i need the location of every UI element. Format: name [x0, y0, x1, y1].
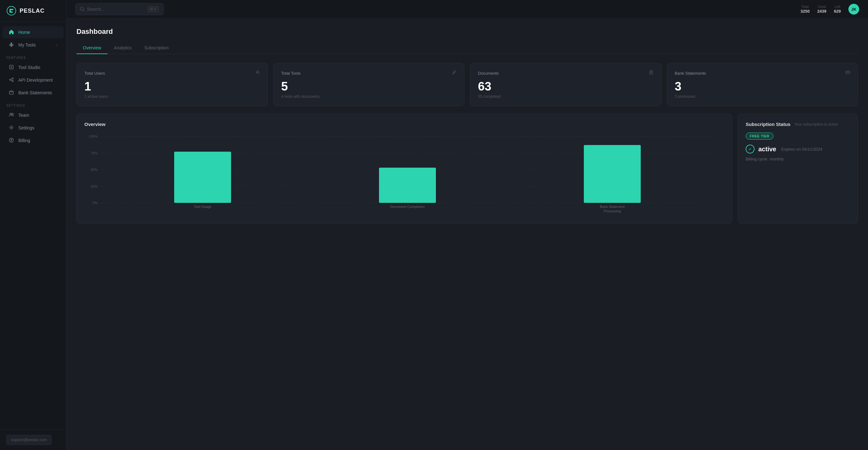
- svg-rect-38: [379, 168, 436, 203]
- stat-card-header: Bank Statements: [675, 70, 850, 76]
- tab-overview[interactable]: Overview: [76, 42, 107, 54]
- stat-card-sub: 4 tools with documents: [281, 94, 457, 99]
- content-area: Dashboard OverviewAnalyticsSubscription …: [66, 19, 868, 450]
- svg-rect-36: [174, 151, 231, 203]
- svg-line-10: [11, 79, 12, 79]
- stat-card-sub: 1 active users: [84, 94, 260, 99]
- stat-card-value: 63: [478, 80, 653, 92]
- topbar-stat-used: Used 2439: [817, 5, 826, 13]
- team-icon: [9, 112, 14, 118]
- topbar: Search... ⌘ K Total 3250Used 2439Left 62…: [66, 0, 868, 19]
- stat-card-title: Bank Statements: [675, 71, 706, 76]
- svg-point-14: [12, 113, 13, 115]
- stat-card-title: Documents: [478, 71, 499, 76]
- stat-card-header: Total Tools: [281, 70, 457, 76]
- topbar-stats: Total 3250Used 2439Left 629: [800, 5, 841, 13]
- stat-card-title: Total Tools: [281, 71, 301, 76]
- svg-text:Tool Usage: Tool Usage: [194, 205, 211, 208]
- logo-text: PESLAC: [20, 8, 44, 14]
- sidebar-item-bank-statements[interactable]: Bank Statements: [3, 87, 64, 99]
- avatar[interactable]: JK: [848, 4, 859, 15]
- stat-card-bank-statements: Bank Statements 3 3 processed: [667, 63, 858, 106]
- stat-card-value: 1: [84, 80, 260, 92]
- tools-icon: [9, 42, 14, 48]
- sidebar-footer: support@peslac.com: [0, 429, 66, 450]
- tab-subscription[interactable]: Subscription: [138, 42, 175, 54]
- stat-card-sub: 3 processed: [675, 94, 850, 99]
- main-content: Search... ⌘ K Total 3250Used 2439Left 62…: [66, 0, 868, 450]
- bottom-row: Overview 100%75%50%25%0%Tool UsageDocume…: [76, 114, 858, 223]
- logo-icon: [6, 6, 17, 16]
- home-icon: [9, 29, 14, 35]
- settings-label: SETTINGS: [0, 100, 66, 109]
- sidebar-item-my-tools[interactable]: My Tools ›: [3, 39, 64, 51]
- svg-line-11: [11, 80, 12, 81]
- search-bar[interactable]: Search... ⌘ K: [75, 3, 164, 15]
- nav-label: Home: [18, 30, 30, 35]
- svg-text:Document Completion: Document Completion: [391, 205, 425, 208]
- stat-card-documents: Documents 63 35 completed: [470, 63, 661, 106]
- search-icon: [80, 7, 84, 11]
- chart-area: 100%75%50%25%0%Tool UsageDocument Comple…: [84, 133, 724, 216]
- nav-label: My Tools: [18, 43, 36, 48]
- stat-card-value: 5: [281, 80, 457, 92]
- svg-text:Bank Statement: Bank Statement: [600, 205, 625, 208]
- svg-point-15: [11, 127, 12, 129]
- nav-label: Tool Studio: [18, 65, 40, 70]
- svg-point-16: [9, 138, 13, 142]
- nav-label: Team: [18, 113, 29, 118]
- svg-rect-3: [11, 43, 12, 47]
- svg-point-13: [10, 113, 12, 115]
- svg-point-8: [12, 78, 13, 79]
- stat-cards: Total Users 1 1 active users Total Tools…: [76, 63, 858, 106]
- api-icon: [9, 77, 14, 83]
- sidebar-item-tool-studio[interactable]: Tool Studio: [3, 61, 64, 74]
- svg-point-19: [257, 71, 258, 73]
- svg-text:100%: 100%: [89, 135, 98, 138]
- search-placeholder: Search...: [87, 7, 145, 12]
- support-link[interactable]: support@peslac.com: [6, 435, 52, 445]
- chevron-right-icon: ›: [56, 43, 57, 47]
- billing-icon: [9, 138, 14, 143]
- svg-rect-12: [9, 92, 13, 94]
- settings-icon: [9, 125, 14, 131]
- svg-rect-40: [584, 145, 641, 203]
- sidebar-item-billing[interactable]: Billing: [3, 135, 64, 146]
- billing-cycle: Billing cycle: monthly: [746, 157, 850, 161]
- tab-analytics[interactable]: Analytics: [107, 42, 138, 54]
- sub-status-text: Your subscription is active: [794, 122, 838, 126]
- sidebar-item-team[interactable]: Team: [3, 109, 64, 121]
- svg-text:75%: 75%: [91, 151, 98, 155]
- stat-card-total-tools: Total Tools 5 4 tools with documents: [273, 63, 465, 106]
- sub-header: Subscription Status Your subscription is…: [746, 121, 850, 127]
- svg-text:Processing: Processing: [604, 209, 621, 213]
- active-icon: ✓: [746, 145, 754, 153]
- nav-label: Settings: [18, 125, 34, 131]
- subscription-card: Subscription Status Your subscription is…: [738, 114, 858, 223]
- sidebar: PESLAC Home My Tools › FEATURES Tool Stu…: [0, 0, 66, 450]
- expires-text: Expires on 04/11/2024: [781, 147, 823, 151]
- sub-title: Subscription Status: [746, 121, 790, 127]
- bank-icon: [9, 90, 14, 95]
- sidebar-item-home[interactable]: Home: [3, 26, 64, 38]
- sidebar-item-api-development[interactable]: API Development: [3, 74, 64, 86]
- search-shortcut: ⌘ K: [147, 6, 159, 12]
- svg-text:0%: 0%: [93, 201, 98, 205]
- page-title: Dashboard: [76, 28, 858, 36]
- tabs: OverviewAnalyticsSubscription: [76, 42, 858, 54]
- stat-card-header: Documents: [478, 70, 653, 76]
- svg-text:50%: 50%: [91, 168, 98, 171]
- topbar-stat-total: Total 3250: [800, 5, 809, 13]
- chart-card: Overview 100%75%50%25%0%Tool UsageDocume…: [76, 114, 732, 223]
- svg-text:25%: 25%: [91, 185, 98, 188]
- svg-point-0: [7, 6, 16, 15]
- sub-active-row: ✓ active Expires on 04/11/2024: [746, 145, 850, 153]
- tool-studio-icon: [9, 64, 14, 70]
- stat-card-header: Total Users: [84, 70, 260, 76]
- svg-point-9: [12, 80, 13, 82]
- sidebar-item-settings[interactable]: Settings: [3, 122, 64, 134]
- svg-point-7: [9, 79, 11, 80]
- features-label: FEATURES: [0, 52, 66, 61]
- person-icon: [255, 70, 260, 76]
- svg-rect-24: [846, 71, 850, 74]
